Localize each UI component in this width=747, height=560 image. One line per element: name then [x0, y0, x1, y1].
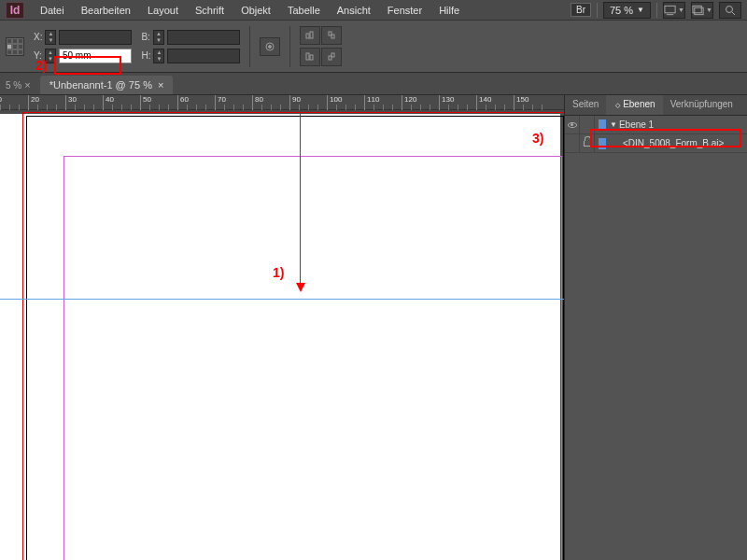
svg-point-4 — [726, 6, 733, 12]
layer-lock-toggle[interactable] — [580, 116, 595, 134]
menu-schrift[interactable]: Schrift — [187, 2, 233, 19]
screen-mode-button[interactable]: ▼ — [663, 2, 685, 19]
height-field[interactable] — [167, 49, 240, 63]
align-button-1[interactable] — [300, 26, 320, 45]
layer-item-name: <DIN_5008_Form_B.ai> — [610, 138, 747, 148]
svg-rect-9 — [310, 32, 313, 38]
dropdown-arrow-icon: ▼ — [706, 7, 712, 13]
dropdown-arrow-icon: ▼ — [678, 7, 684, 13]
height-label: H: — [141, 50, 150, 61]
layer-color-swatch — [599, 138, 606, 149]
layer-visibility-toggle[interactable] — [565, 116, 580, 134]
y-label: Y: — [34, 50, 42, 61]
y-stepper[interactable]: ▲▼ — [45, 49, 56, 63]
svg-rect-13 — [310, 55, 313, 60]
menu-tabelle[interactable]: Tabelle — [279, 2, 329, 19]
document-tab-label: *Unbenannt-1 @ 75 % — [49, 79, 152, 91]
layer-row-top[interactable]: ▼ Ebene 1 — [565, 116, 747, 134]
menu-fenster[interactable]: Fenster — [379, 2, 430, 19]
svg-rect-11 — [331, 35, 334, 38]
svg-rect-3 — [695, 7, 703, 14]
arrange-button[interactable]: ▼ — [691, 2, 713, 19]
panel-tab-seiten[interactable]: Seiten — [565, 95, 606, 115]
document-area[interactable]: 102030405060708090100110120130140150 — [0, 95, 564, 560]
svg-rect-2 — [693, 6, 701, 12]
layer-row-sub[interactable]: <DIN_5008_Form_B.ai> — [565, 134, 747, 153]
menu-objekt[interactable]: Objekt — [233, 2, 279, 19]
control-bar: X: ▲▼ Y: ▲▼ B: ▲▼ H: ▲▼ — [0, 21, 747, 73]
right-panel: Seiten ◇ Ebenen Verknüpfungen ▼ Ebene 1 … — [564, 95, 747, 560]
panel-tab-verknuepfungen[interactable]: Verknüpfungen — [663, 95, 740, 115]
layer-name: Ebene 1 — [619, 119, 747, 130]
align-button-3[interactable] — [300, 48, 320, 66]
width-field[interactable] — [167, 30, 240, 45]
svg-rect-8 — [306, 34, 309, 38]
svg-line-5 — [732, 12, 735, 15]
svg-rect-12 — [306, 53, 309, 60]
align-button-2[interactable] — [321, 26, 342, 45]
layer-color-swatch — [599, 119, 606, 131]
close-tab-icon[interactable]: × — [158, 79, 163, 91]
constrain-proportions-button[interactable] — [260, 37, 280, 56]
height-stepper[interactable]: ▲▼ — [153, 49, 164, 63]
menu-hilfe[interactable]: Hilfe — [430, 2, 468, 19]
divider — [289, 26, 290, 67]
reference-point-selector[interactable] — [6, 37, 24, 56]
close-icon[interactable]: × — [24, 79, 30, 91]
dropdown-arrow-icon: ▼ — [637, 6, 644, 14]
x-stepper[interactable]: ▲▼ — [45, 30, 56, 45]
x-label: X: — [34, 32, 42, 42]
menu-layout[interactable]: Layout — [139, 2, 187, 19]
panel-disclose-icon: ◇ — [615, 102, 620, 108]
y-field[interactable] — [59, 49, 132, 63]
width-stepper[interactable]: ▲▼ — [153, 30, 164, 45]
search-button[interactable] — [719, 2, 741, 19]
menu-ansicht[interactable]: Ansicht — [329, 2, 379, 19]
width-label: B: — [141, 32, 149, 42]
annotation-arrow-head-icon — [296, 283, 305, 292]
annotation-arrow-line — [300, 112, 301, 285]
eye-icon — [568, 122, 577, 128]
svg-rect-15 — [331, 53, 334, 57]
layer-visibility-toggle[interactable] — [565, 134, 580, 153]
document-tab-bar: 5 % × *Unbenannt-1 @ 75 % × — [0, 73, 747, 95]
divider — [249, 26, 250, 67]
app-logo: Id — [6, 2, 24, 19]
align-button-4[interactable] — [321, 48, 342, 66]
zoom-value: 75 % — [610, 5, 633, 16]
zoom-left-display[interactable]: 5 % × — [0, 76, 36, 94]
menu-datei[interactable]: Datei — [32, 2, 73, 19]
document-tab[interactable]: *Unbenannt-1 @ 75 % × — [40, 76, 174, 94]
zoom-dropdown[interactable]: 75 % ▼ — [603, 2, 651, 19]
bridge-badge[interactable]: Br — [571, 3, 591, 17]
svg-point-7 — [269, 45, 272, 48]
menu-bar: Id Datei Bearbeiten Layout Schrift Objek… — [0, 0, 747, 21]
lock-icon — [584, 141, 591, 147]
svg-rect-0 — [665, 6, 675, 12]
divider — [656, 3, 657, 18]
divider — [597, 3, 598, 18]
x-field[interactable] — [59, 30, 132, 45]
horizontal-ruler[interactable]: 102030405060708090100110120130140150 — [0, 95, 564, 110]
page-canvas[interactable] — [0, 114, 560, 560]
layer-lock-toggle[interactable] — [580, 134, 595, 153]
panel-tab-ebenen[interactable]: ◇ Ebenen — [606, 95, 662, 115]
disclosure-triangle-icon[interactable]: ▼ — [610, 120, 617, 129]
menu-bearbeiten[interactable]: Bearbeiten — [73, 2, 139, 19]
horizontal-guide[interactable] — [0, 299, 564, 300]
panel-tab-bar: Seiten ◇ Ebenen Verknüpfungen — [565, 95, 747, 116]
